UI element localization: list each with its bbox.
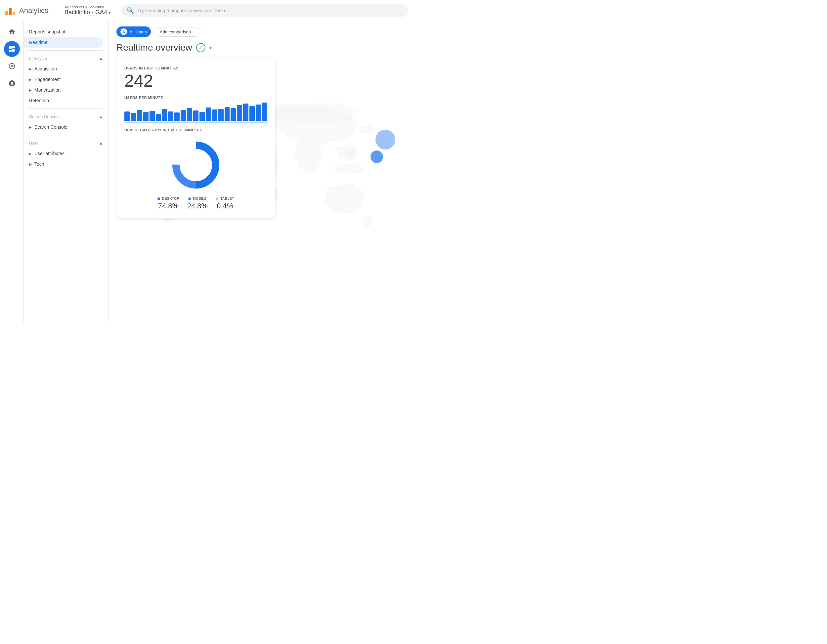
sidebar-retention[interactable]: Retention [24, 95, 103, 106]
chart-bar [212, 109, 217, 121]
device-category-label: DEVICE CATEGORY IN LAST 30 MINUTES [124, 128, 267, 132]
nav-rail-explore[interactable] [4, 58, 20, 74]
chart-bar [225, 107, 230, 121]
chart-bar [124, 111, 130, 121]
desktop-label: DESKTOP [162, 197, 179, 200]
user-avatar: A [120, 28, 127, 35]
mobile-value: 24.8% [187, 202, 208, 211]
reports-snapshot-label: Reports snapshot [29, 29, 66, 34]
content-overlay: A All Users Add comparison + Realtime ov… [109, 21, 414, 224]
chart-bar [168, 111, 173, 121]
chart-bar [218, 109, 224, 121]
legend-desktop: DESKTOP 74.8% [158, 197, 179, 211]
mobile-dot [188, 198, 191, 200]
chart-bar [162, 109, 167, 121]
desktop-dot [158, 198, 160, 200]
sidebar: Reports snapshot Realtime Life cycle ▲ ▶… [24, 21, 109, 322]
account-section: All accounts > Backlinko Backlinko - GA4… [59, 5, 111, 16]
account-name: Backlinko - GA4 [64, 9, 107, 16]
donut-chart-container: DESKTOP 74.8% MOBILE 24.8% [124, 133, 267, 211]
add-comparison-label: Add comparison [160, 30, 191, 34]
legend-tablet: TABLET 0.4% [216, 197, 234, 211]
chart-bar [156, 114, 161, 121]
verified-check-icon: ✓ [199, 45, 203, 50]
user-section-header[interactable]: User ▲ [24, 138, 108, 148]
chart-bar [174, 112, 179, 121]
retention-label: Retention [29, 98, 49, 103]
search-icon: 🔍 [127, 7, 134, 14]
nav-rail-reports[interactable] [4, 41, 20, 57]
chart-bar [256, 104, 261, 121]
engagement-arrow-icon: ▶ [29, 78, 32, 81]
nav-rail-home[interactable] [4, 24, 20, 40]
chart-bar [143, 112, 148, 121]
sidebar-tech[interactable]: ▶ Tech [24, 159, 103, 169]
search-console-section-title: Search Console [29, 114, 60, 119]
user-attributes-arrow-icon: ▶ [29, 152, 32, 156]
chart-bar [250, 106, 255, 121]
chart-bar [243, 103, 248, 121]
device-donut-chart [169, 139, 222, 192]
sidebar-reports-snapshot[interactable]: Reports snapshot [24, 27, 103, 37]
divider-1 [29, 50, 103, 51]
sidebar-acquisition[interactable]: ▶ Acquisition [24, 64, 103, 74]
add-comparison-button[interactable]: Add comparison + [155, 27, 200, 37]
nav-rail [0, 21, 24, 322]
verified-badge: ✓ [196, 43, 206, 52]
stats-card: USERS IN LAST 30 MINUTES 242 USERS PER M… [117, 58, 275, 218]
acquisition-arrow-icon: ▶ [29, 67, 32, 71]
all-users-filter[interactable]: A All Users [117, 27, 151, 37]
title-dropdown-icon[interactable]: ▾ [209, 45, 212, 50]
users-per-minute-chart [124, 101, 267, 121]
tablet-value: 0.4% [217, 202, 233, 211]
search-console-label: Search Console [34, 124, 67, 129]
chart-bar [131, 113, 136, 121]
users-per-minute-label: USERS PER MINUTE [124, 95, 267, 100]
search-console-chevron-icon: ▲ [99, 114, 103, 119]
sidebar-realtime[interactable]: Realtime [24, 37, 103, 48]
nav-rail-advertising[interactable] [4, 75, 20, 91]
account-selector[interactable]: Backlinko - GA4 ▾ [64, 9, 111, 16]
monetization-arrow-icon: ▶ [29, 88, 32, 92]
search-console-section-header[interactable]: Search Console ▲ [24, 111, 108, 122]
tablet-label: TABLET [220, 197, 234, 200]
add-icon: + [193, 30, 195, 34]
mobile-dot-row: MOBILE [188, 197, 207, 200]
analytics-title: Analytics [19, 6, 48, 15]
sidebar-engagement[interactable]: ▶ Engagement [24, 74, 103, 85]
chart-bar [193, 111, 198, 121]
device-legend: DESKTOP 74.8% MOBILE 24.8% [158, 197, 234, 211]
lifecycle-section-header[interactable]: Life cycle ▲ [24, 53, 108, 64]
app-header: Analytics All accounts > Backlinko Backl… [0, 0, 414, 21]
sidebar-user-attributes[interactable]: ▶ User attributes [24, 148, 103, 159]
user-attributes-label: User attributes [34, 151, 64, 156]
logo-bar-2 [9, 8, 12, 15]
user-chevron-icon: ▲ [99, 141, 103, 145]
page-title-row: Realtime overview ✓ ▾ [117, 42, 406, 53]
mobile-label: MOBILE [193, 197, 207, 200]
sidebar-monetization[interactable]: ▶ Monetization [24, 85, 103, 95]
chart-bar [181, 110, 186, 121]
chart-baseline [124, 122, 267, 123]
chart-bar [200, 112, 205, 121]
tablet-dot [216, 198, 218, 200]
user-section-title: User [29, 140, 38, 145]
main-content: A All Users Add comparison + Realtime ov… [109, 21, 414, 322]
search-bar[interactable]: 🔍 Try searching "compare conversions fro… [122, 4, 408, 17]
main-container: Reports snapshot Realtime Life cycle ▲ ▶… [0, 21, 414, 322]
sidebar-search-console[interactable]: ▶ Search Console [24, 122, 103, 132]
chart-bar [137, 110, 142, 121]
desktop-dot-row: DESKTOP [158, 197, 179, 200]
users-30min-label: USERS IN LAST 30 MINUTES [124, 66, 267, 70]
all-users-label: All Users [130, 30, 147, 34]
breadcrumb: All accounts > Backlinko [64, 5, 111, 9]
users-30min-value: 242 [124, 72, 267, 90]
logo-section: Analytics [5, 6, 54, 15]
logo-bar-3 [12, 12, 15, 15]
acquisition-label: Acquisition [34, 66, 57, 72]
tablet-dot-row: TABLET [216, 197, 234, 200]
chart-bar [237, 105, 242, 121]
search-placeholder-text: Try searching "compare conversions from … [137, 8, 230, 13]
divider-3 [29, 135, 103, 135]
legend-mobile: MOBILE 24.8% [187, 197, 208, 211]
